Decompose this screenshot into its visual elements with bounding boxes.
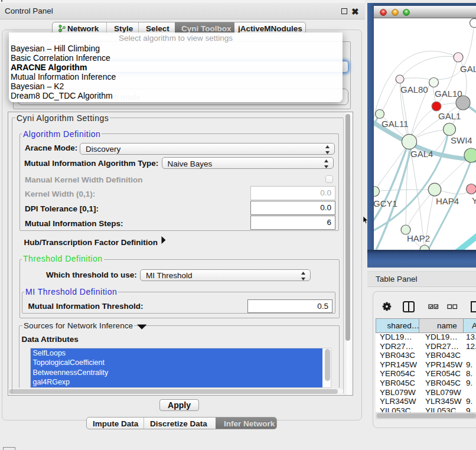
- svg-text:Y: Y: [472, 195, 476, 206]
- svg-text:GAL10: GAL10: [435, 89, 462, 99]
- svg-text:HAP2: HAP2: [407, 233, 430, 243]
- svg-text:GAL: GAL: [460, 64, 476, 74]
- svg-text:GAL11: GAL11: [382, 119, 409, 129]
- svg-text:GCY1: GCY1: [374, 198, 397, 208]
- svg-text:SWI4: SWI4: [451, 135, 472, 145]
- svg-text:GAL80: GAL80: [400, 84, 428, 94]
- svg-text:GAL4: GAL4: [410, 149, 433, 159]
- svg-text:HAP4: HAP4: [436, 196, 459, 206]
- svg-text:GAL1: GAL1: [438, 111, 461, 121]
